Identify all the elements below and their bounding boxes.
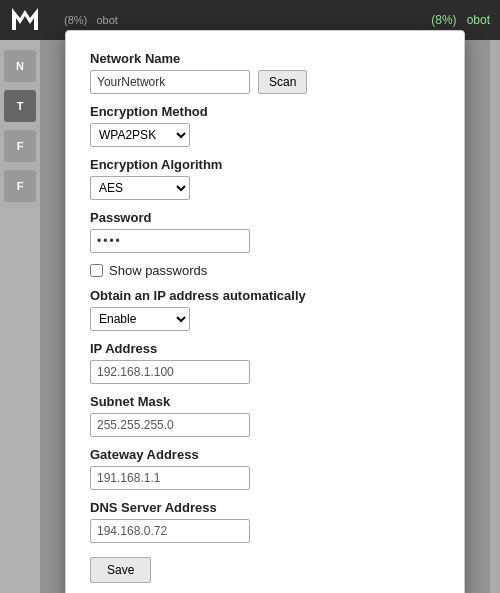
top-bar-status: (8%) obot [64, 14, 118, 26]
right-sidebar [490, 40, 500, 593]
show-passwords-row: Show passwords [90, 263, 440, 278]
network-name-label: Network Name [90, 51, 440, 66]
obtain-ip-select[interactable]: Enable Disable [90, 307, 190, 331]
password-label: Password [90, 210, 440, 225]
password-input[interactable] [90, 229, 250, 253]
sidebar-item-f2[interactable]: F [4, 170, 36, 202]
encryption-algorithm-group: Encryption Algorithm AES [90, 157, 440, 200]
gateway-address-input[interactable] [90, 466, 250, 490]
gateway-address-label: Gateway Address [90, 447, 440, 462]
ip-address-input[interactable] [90, 360, 250, 384]
dns-server-label: DNS Server Address [90, 500, 440, 515]
show-passwords-checkbox[interactable] [90, 264, 103, 277]
sidebar-item-f1[interactable]: F [4, 130, 36, 162]
app-logo [10, 4, 40, 37]
save-row: Save [90, 553, 440, 583]
password-group: Password [90, 210, 440, 253]
scan-button[interactable]: Scan [258, 70, 307, 94]
subnet-mask-label: Subnet Mask [90, 394, 440, 409]
network-name-input[interactable] [90, 70, 250, 94]
save-button[interactable]: Save [90, 557, 151, 583]
encryption-algorithm-label: Encryption Algorithm [90, 157, 440, 172]
gateway-address-group: Gateway Address [90, 447, 440, 490]
dns-server-group: DNS Server Address [90, 500, 440, 543]
svg-marker-0 [12, 8, 38, 30]
encryption-algorithm-select[interactable]: AES [90, 176, 190, 200]
encryption-method-select[interactable]: WPA2PSK [90, 123, 190, 147]
network-settings-modal: Network Name Scan Encryption Method WPA2… [65, 30, 465, 594]
modal-overlay: Network Name Scan Encryption Method WPA2… [40, 40, 490, 593]
show-passwords-label: Show passwords [109, 263, 207, 278]
encryption-method-label: Encryption Method [90, 104, 440, 119]
encryption-method-group: Encryption Method WPA2PSK [90, 104, 440, 147]
network-name-row: Scan [90, 70, 440, 94]
ip-address-group: IP Address [90, 341, 440, 384]
obtain-ip-label: Obtain an IP address automatically [90, 288, 440, 303]
dns-server-input[interactable] [90, 519, 250, 543]
top-bar-right: (8%) obot [431, 13, 490, 27]
ip-address-label: IP Address [90, 341, 440, 356]
obtain-ip-group: Obtain an IP address automatically Enabl… [90, 288, 440, 331]
sidebar-item-n[interactable]: N [4, 50, 36, 82]
sidebar-item-t[interactable]: T [4, 90, 36, 122]
network-name-group: Network Name Scan [90, 51, 440, 94]
subnet-mask-input[interactable] [90, 413, 250, 437]
subnet-mask-group: Subnet Mask [90, 394, 440, 437]
sidebar: N T F F [0, 40, 40, 593]
